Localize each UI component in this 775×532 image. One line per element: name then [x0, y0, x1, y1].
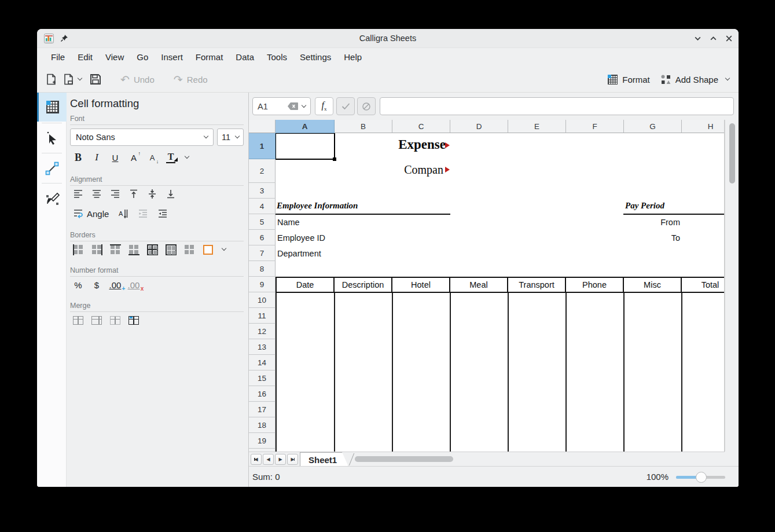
row-header[interactable]: 10: [249, 292, 276, 308]
column-header[interactable]: F: [566, 120, 624, 133]
align-left-button[interactable]: [72, 187, 85, 201]
merge-vertical-button[interactable]: [109, 313, 122, 327]
first-sheet-button[interactable]: ◀: [251, 454, 262, 465]
vertical-scrollbar-thumb[interactable]: [729, 123, 735, 184]
row-header[interactable]: 18: [249, 417, 276, 433]
column-header[interactable]: A: [276, 120, 335, 133]
column-header[interactable]: E: [508, 120, 566, 133]
row-header[interactable]: 16: [249, 386, 276, 402]
border-top-button[interactable]: [109, 243, 122, 256]
row-header[interactable]: 12: [249, 324, 276, 339]
row-header[interactable]: 9: [249, 277, 276, 292]
increase-precision-button[interactable]: .00+: [109, 278, 122, 292]
vertical-scrollbar[interactable]: [725, 120, 739, 452]
last-sheet-button[interactable]: ▶: [287, 454, 298, 465]
merge-cells-button[interactable]: [72, 313, 85, 327]
border-bottom-button[interactable]: [127, 243, 140, 256]
money-format-button[interactable]: $: [90, 278, 103, 292]
font-family-combo[interactable]: Noto Sans: [70, 129, 214, 146]
border-chevron[interactable]: [220, 243, 228, 256]
column-header[interactable]: C: [392, 120, 450, 133]
open-recent-chevron[interactable]: [78, 79, 82, 80]
accept-button[interactable]: [336, 97, 355, 115]
fill-handle[interactable]: [333, 157, 336, 161]
row-header[interactable]: 3: [249, 183, 276, 199]
sheet-tab[interactable]: Sheet1: [300, 452, 348, 467]
format-button[interactable]: Format: [607, 74, 650, 85]
text-color-chevron[interactable]: [183, 151, 191, 164]
border-outer-button[interactable]: [164, 243, 177, 256]
unmerge-cells-button[interactable]: [127, 313, 140, 327]
grow-font-button[interactable]: A↑: [127, 151, 140, 164]
new-document-button[interactable]: [45, 74, 57, 86]
border-none-button[interactable]: [183, 243, 196, 256]
row-header[interactable]: 19: [249, 433, 276, 449]
row-header[interactable]: 8: [249, 261, 276, 277]
menu-item[interactable]: File: [45, 50, 71, 64]
next-sheet-button[interactable]: ▶: [275, 454, 286, 465]
select-tool-button[interactable]: [37, 124, 67, 153]
text-color-button[interactable]: T: [164, 151, 177, 164]
minimize-button[interactable]: [693, 35, 701, 43]
wrap-text-button[interactable]: [72, 207, 85, 221]
menu-item[interactable]: Edit: [71, 50, 99, 64]
cells-canvas[interactable]: Expense Compan Employee Information Pay …: [276, 133, 725, 452]
column-header[interactable]: D: [450, 120, 508, 133]
decrease-indent-button[interactable]: [137, 207, 149, 221]
clear-icon[interactable]: [288, 102, 298, 110]
row-header[interactable]: 5: [249, 214, 276, 230]
title-bar[interactable]: Calligra Sheets: [37, 29, 739, 48]
maximize-button[interactable]: [709, 35, 717, 43]
column-header[interactable]: H: [682, 120, 725, 133]
menu-item[interactable]: Help: [337, 50, 368, 64]
horizontal-scrollbar-thumb[interactable]: [355, 456, 453, 462]
select-all-corner[interactable]: [249, 120, 276, 133]
menu-item[interactable]: Go: [130, 50, 155, 64]
line-tool-button[interactable]: [37, 154, 67, 183]
align-bottom-button[interactable]: [164, 187, 177, 201]
shrink-font-button[interactable]: A↓: [146, 151, 159, 164]
close-button[interactable]: [725, 35, 733, 43]
menu-item[interactable]: Tools: [260, 50, 293, 64]
row-header[interactable]: 13: [249, 339, 276, 355]
cancel-button[interactable]: [357, 97, 376, 115]
open-document-button[interactable]: [63, 74, 75, 86]
border-all-button[interactable]: [146, 243, 159, 256]
formula-input[interactable]: [380, 97, 734, 115]
row-header[interactable]: 6: [249, 230, 276, 245]
row-header[interactable]: 14: [249, 355, 276, 370]
percent-format-button[interactable]: %: [72, 278, 85, 292]
row-header[interactable]: 2: [249, 159, 276, 183]
path-tool-button[interactable]: [37, 184, 67, 213]
redo-button[interactable]: ↷ Redo: [174, 73, 208, 86]
column-header[interactable]: B: [335, 120, 392, 133]
previous-sheet-button[interactable]: ◀: [263, 454, 274, 465]
menu-item[interactable]: Data: [229, 50, 260, 64]
row-header[interactable]: 15: [249, 370, 276, 386]
align-center-button[interactable]: [90, 187, 103, 201]
menu-item[interactable]: Settings: [293, 50, 337, 64]
vertical-text-button[interactable]: A: [117, 207, 130, 221]
add-shape-button[interactable]: Add Shape: [660, 74, 729, 85]
merge-horizontal-button[interactable]: [90, 313, 103, 327]
border-right-button[interactable]: [90, 243, 103, 256]
cell-tool-button[interactable]: [37, 93, 67, 122]
row-header[interactable]: 4: [249, 199, 276, 214]
menu-item[interactable]: Insert: [155, 50, 189, 64]
formula-button[interactable]: fx: [315, 97, 333, 115]
cell-reference-combo[interactable]: A1: [252, 97, 311, 115]
border-left-button[interactable]: [72, 243, 85, 256]
align-right-button[interactable]: [109, 187, 122, 201]
menu-item[interactable]: Format: [189, 50, 230, 64]
column-header[interactable]: G: [624, 120, 682, 133]
undo-button[interactable]: ↶ Undo: [120, 73, 155, 86]
bold-button[interactable]: B: [72, 151, 85, 164]
underline-button[interactable]: U: [109, 151, 122, 164]
angle-button[interactable]: Angle: [87, 209, 109, 219]
menu-item[interactable]: View: [99, 50, 130, 64]
spreadsheet-grid[interactable]: ABCDEFGH 1234567891011121314151617181920…: [249, 120, 725, 452]
row-header[interactable]: 7: [249, 245, 276, 261]
save-button[interactable]: [89, 74, 101, 86]
increase-indent-button[interactable]: [156, 207, 169, 221]
row-header[interactable]: 17: [249, 402, 276, 417]
